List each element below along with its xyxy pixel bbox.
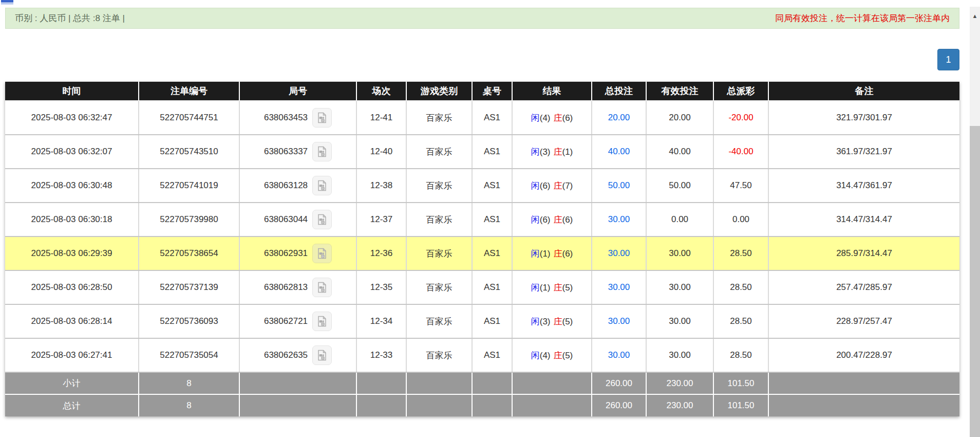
cell-table-no: AS1 (472, 169, 512, 203)
cell-result: 闲(4)庄(6) (512, 101, 592, 135)
cell-session: 12-37 (356, 203, 406, 236)
cell-note: 314.47/314.47 (768, 203, 959, 236)
player-result-label: 闲 (531, 317, 540, 326)
round-id: 638063044 (264, 214, 308, 225)
banker-result-label: 庄 (554, 147, 562, 157)
player-result-points: (4) (540, 113, 551, 123)
cell-total-bet-link[interactable]: 30.00 (592, 270, 646, 304)
subtotal-valid-bet: 230.00 (646, 372, 713, 394)
cell-bet-id: 522705739980 (139, 203, 239, 236)
cell-payout: -20.00 (713, 101, 768, 135)
cell-note: 200.47/228.97 (768, 338, 959, 372)
page-button-1[interactable]: 1 (937, 49, 959, 70)
cell-time: 2025-08-03 06:30:18 (5, 203, 139, 236)
video-file-icon (316, 315, 328, 327)
video-replay-button[interactable] (312, 108, 332, 128)
col-header-session: 场次 (356, 82, 406, 101)
cell-payout: 28.50 (713, 270, 768, 304)
cell-total-bet-link[interactable]: 30.00 (592, 236, 646, 270)
cell-time: 2025-08-03 06:28:14 (5, 304, 139, 338)
banker-result-label: 庄 (554, 215, 562, 225)
cell-payout: 28.50 (713, 338, 768, 372)
total-count: 8 (139, 394, 239, 416)
cell-total-bet-link[interactable]: 30.00 (592, 338, 646, 372)
cell-payout: -40.00 (713, 135, 768, 169)
player-result-points: (1) (540, 249, 551, 259)
cell-time: 2025-08-03 06:30:48 (5, 169, 139, 203)
table-row: 2025-08-03 06:32:47 522705744751 6380634… (5, 101, 959, 135)
total-payout: 101.50 (713, 394, 768, 416)
cell-total-bet-link[interactable]: 30.00 (592, 304, 646, 338)
cell-game-type: 百家乐 (406, 101, 472, 135)
video-replay-button[interactable] (312, 142, 332, 161)
player-result-label: 闲 (531, 283, 540, 293)
cell-session: 12-38 (356, 169, 406, 203)
cell-note: 285.97/314.47 (768, 236, 959, 270)
cell-session: 12-41 (356, 101, 406, 135)
cell-note: 314.47/361.97 (768, 169, 959, 203)
cell-note: 257.47/285.97 (768, 270, 959, 304)
clipped-top-link[interactable] (1, 0, 13, 3)
total-total-bet: 260.00 (592, 394, 646, 416)
subtotal-total-bet: 260.00 (592, 372, 646, 394)
video-file-icon (316, 145, 328, 158)
scrollbar-thumb[interactable] (970, 126, 980, 437)
cell-round: 638062721 (239, 304, 356, 338)
round-id: 638062721 (264, 316, 308, 326)
player-result-label: 闲 (531, 215, 540, 225)
cell-valid-bet: 30.00 (646, 270, 713, 304)
table-footer: 小计 8 260.00 230.00 101.50 总计 8 260.00 23… (5, 372, 959, 416)
video-replay-button[interactable] (312, 210, 332, 229)
main-content: 币别 : 人民币 | 总共 :8 注单 | 同局有效投注，统一计算在该局第一张注… (5, 8, 959, 416)
cell-round: 638062635 (239, 338, 356, 372)
banker-result-points: (5) (562, 351, 573, 360)
cell-game-type: 百家乐 (406, 169, 472, 203)
player-result-points: (6) (540, 181, 551, 191)
cell-table-no: AS1 (472, 304, 512, 338)
player-result-points: (3) (540, 317, 551, 326)
cell-table-no: AS1 (472, 135, 512, 169)
cell-valid-bet: 20.00 (646, 101, 713, 135)
banker-result-label: 庄 (554, 113, 562, 123)
cell-total-bet-link[interactable]: 30.00 (592, 203, 646, 236)
cell-payout: 28.50 (713, 304, 768, 338)
round-id: 638062931 (264, 248, 308, 259)
video-file-icon (316, 112, 328, 124)
player-result-label: 闲 (531, 249, 540, 259)
banker-result-points: (5) (562, 317, 573, 326)
cell-valid-bet: 30.00 (646, 338, 713, 372)
player-result-points: (6) (540, 215, 551, 225)
col-header-bet-id: 注单编号 (139, 82, 239, 101)
scroll-up-arrow-icon[interactable]: ▲ (970, 7, 980, 25)
col-header-note: 备注 (768, 82, 959, 101)
cell-total-bet-link[interactable]: 20.00 (592, 101, 646, 135)
player-result-label: 闲 (531, 351, 540, 360)
col-header-payout: 总派彩 (713, 82, 768, 101)
video-replay-button[interactable] (312, 278, 332, 297)
cell-session: 12-34 (356, 304, 406, 338)
video-replay-button[interactable] (312, 345, 332, 365)
cell-total-bet-link[interactable]: 50.00 (592, 169, 646, 203)
col-header-round: 局号 (239, 82, 356, 101)
subtotal-count: 8 (139, 372, 239, 394)
video-replay-button[interactable] (312, 176, 332, 195)
cell-game-type: 百家乐 (406, 338, 472, 372)
col-header-table-no: 桌号 (472, 82, 512, 101)
banker-result-label: 庄 (554, 283, 562, 293)
cell-valid-bet: 50.00 (646, 169, 713, 203)
video-replay-button[interactable] (312, 244, 332, 263)
cell-total-bet-link[interactable]: 40.00 (592, 135, 646, 169)
table-row: 2025-08-03 06:29:39 522705738654 6380629… (5, 236, 959, 270)
banker-result-points: (6) (562, 113, 573, 123)
cell-bet-id: 522705736093 (139, 304, 239, 338)
total-row: 总计 8 260.00 230.00 101.50 (5, 394, 959, 416)
table-row: 2025-08-03 06:27:41 522705735054 6380626… (5, 338, 959, 372)
round-id: 638063453 (264, 113, 308, 123)
video-file-icon (316, 213, 328, 226)
video-replay-button[interactable] (312, 312, 332, 331)
cell-table-no: AS1 (472, 338, 512, 372)
cell-result: 闲(4)庄(5) (512, 338, 592, 372)
total-valid-bet: 230.00 (646, 394, 713, 416)
cell-round: 638062931 (239, 236, 356, 270)
col-header-valid-bet: 有效投注 (646, 82, 713, 101)
